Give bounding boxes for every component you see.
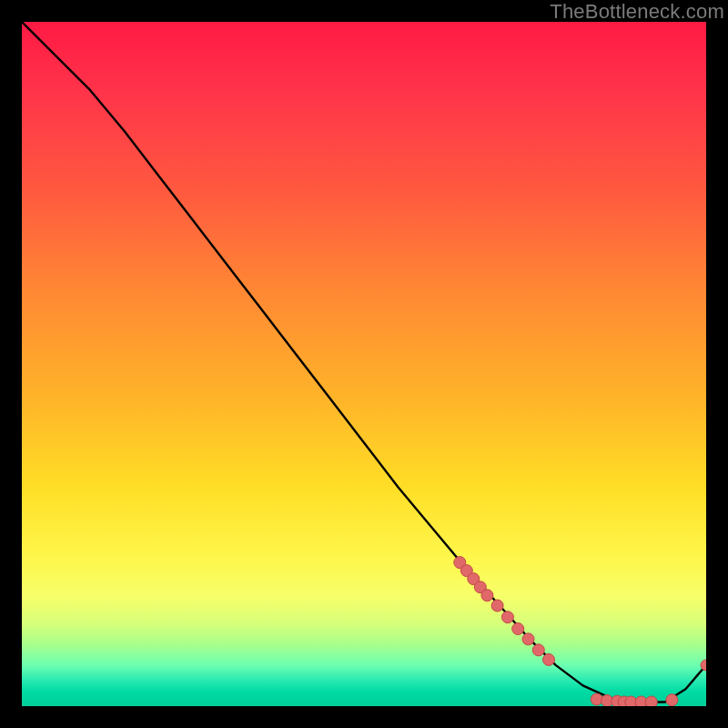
plot-area <box>22 22 706 706</box>
data-marker <box>645 696 657 706</box>
chart-overlay <box>22 22 706 706</box>
bottleneck-curve <box>22 22 706 703</box>
data-marker <box>491 600 503 612</box>
watermark-text: TheBottleneck.com <box>550 0 724 24</box>
chart-stage: TheBottleneck.com <box>0 0 728 728</box>
data-marker <box>522 633 534 645</box>
data-marker <box>532 644 544 656</box>
data-marker <box>481 590 493 602</box>
data-marker <box>512 623 524 635</box>
data-marker <box>543 653 555 665</box>
data-marker <box>666 694 678 706</box>
data-marker <box>501 612 513 623</box>
